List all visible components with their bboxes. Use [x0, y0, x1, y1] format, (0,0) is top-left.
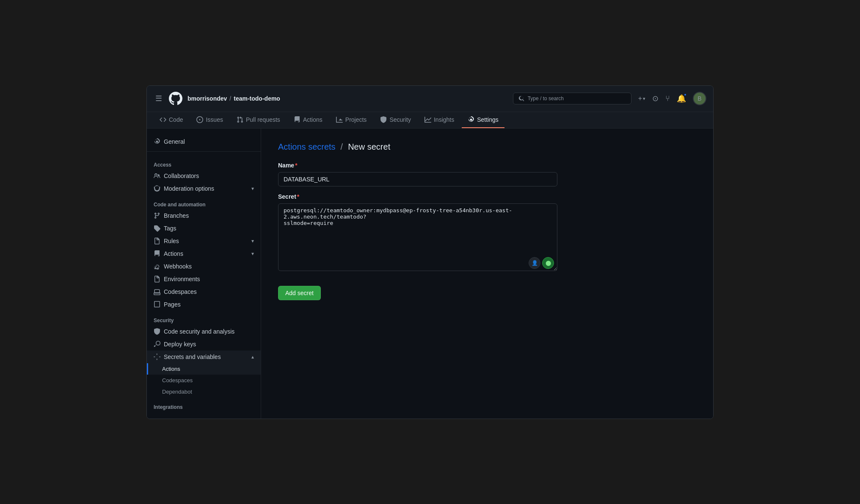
- settings-nav-icon: [468, 116, 474, 123]
- tab-code-label: Code: [169, 116, 183, 123]
- tool-button-1[interactable]: 👤: [529, 257, 540, 269]
- sidebar-section-security: Security: [147, 311, 261, 325]
- header-search: Type / to search: [513, 93, 631, 104]
- tab-settings[interactable]: Settings: [462, 112, 504, 128]
- breadcrumb-actions-secrets-link[interactable]: Actions secrets: [278, 142, 336, 152]
- header-left: ☰ bmorrisondev / team-todo-demo: [154, 92, 280, 105]
- tab-actions[interactable]: Actions: [288, 112, 328, 128]
- pr-icon[interactable]: ⑂: [665, 94, 670, 103]
- header: ☰ bmorrisondev / team-todo-demo Type / t…: [147, 86, 713, 112]
- moderation-icon: [154, 185, 160, 192]
- search-icon: [518, 96, 524, 101]
- breadcrumb-repo[interactable]: team-todo-demo: [234, 95, 280, 102]
- tag-icon: [154, 225, 160, 232]
- breadcrumb-current: New secret: [348, 142, 390, 152]
- moderation-left: Moderation options: [154, 185, 214, 192]
- name-label: Name*: [278, 162, 696, 169]
- sidebar-branches-label: Branches: [164, 212, 189, 219]
- environments-icon: [154, 276, 160, 282]
- sidebar-item-code-security[interactable]: Code security and analysis: [147, 325, 261, 338]
- repo-nav: Code Issues Pull requests Actions Projec…: [147, 112, 713, 129]
- security-nav-icon: [380, 116, 387, 123]
- sidebar-item-branches[interactable]: Branches: [147, 209, 261, 222]
- content-area: Actions secrets / New secret Name* Secre…: [261, 129, 713, 419]
- insights-nav-icon: [424, 116, 431, 123]
- sidebar-sub-codespaces-label: Codespaces: [162, 377, 193, 383]
- hamburger-button[interactable]: ☰: [154, 92, 164, 105]
- person-icon: [154, 173, 160, 179]
- sparkle-icon: [154, 353, 160, 360]
- sidebar-rules-label: Rules: [164, 238, 179, 244]
- sidebar-item-environments[interactable]: Environments: [147, 273, 261, 285]
- sidebar-actions-label: Actions: [164, 250, 183, 257]
- sidebar-item-secrets[interactable]: Secrets and variables ▴: [147, 351, 261, 363]
- sidebar-sub-actions-label: Actions: [162, 366, 180, 372]
- gear-icon: [154, 138, 160, 145]
- sidebar-section-integrations: Integrations: [147, 397, 261, 412]
- sidebar-item-collaborators[interactable]: Collaborators: [147, 170, 261, 182]
- tab-settings-label: Settings: [477, 116, 499, 123]
- sidebar-code-security-label: Code security and analysis: [164, 328, 234, 335]
- secret-field-group: Secret* postgresql://teamtodo_owner:mydb…: [278, 193, 696, 272]
- tool-button-2[interactable]: ⬤: [542, 257, 554, 269]
- search-placeholder: Type / to search: [528, 96, 564, 101]
- tab-projects[interactable]: Projects: [330, 112, 373, 128]
- avatar[interactable]: B: [693, 92, 706, 105]
- sidebar-sub-dependabot[interactable]: Dependabot: [147, 386, 261, 397]
- issues-icon[interactable]: ⊙: [652, 94, 659, 103]
- sidebar-item-pages[interactable]: Pages: [147, 298, 261, 311]
- sidebar-codespaces-label: Codespaces: [164, 288, 197, 295]
- sidebar-collaborators-label: Collaborators: [164, 173, 199, 179]
- sidebar-sub-actions[interactable]: Actions: [147, 363, 261, 375]
- tab-security[interactable]: Security: [374, 112, 417, 128]
- main-layout: General Access Collaborators Moderation …: [147, 129, 713, 419]
- search-box[interactable]: Type / to search: [513, 93, 631, 104]
- sidebar-secrets-label: Secrets and variables: [164, 353, 221, 360]
- sidebar-general-label: General: [164, 138, 185, 145]
- tab-insights[interactable]: Insights: [419, 112, 460, 128]
- name-input[interactable]: [278, 172, 557, 186]
- sidebar-item-rules[interactable]: Rules ▾: [147, 235, 261, 247]
- textarea-wrapper: postgresql://teamtodo_owner:mydbpass@ep-…: [278, 203, 557, 272]
- sidebar: General Access Collaborators Moderation …: [147, 129, 261, 419]
- name-field-group: Name*: [278, 162, 696, 186]
- rules-arrow: ▾: [251, 238, 254, 244]
- tab-projects-label: Projects: [345, 116, 367, 123]
- pr-nav-icon: [237, 116, 243, 123]
- textarea-tools: 👤 ⬤: [529, 257, 554, 269]
- actions-arrow: ▾: [251, 251, 254, 257]
- add-secret-button[interactable]: Add secret: [278, 286, 321, 300]
- sidebar-sub-dependabot-label: Dependabot: [162, 389, 192, 395]
- branch-icon: [154, 212, 160, 219]
- sidebar-tags-label: Tags: [164, 225, 176, 232]
- sidebar-item-webhooks[interactable]: Webhooks: [147, 260, 261, 273]
- sidebar-item-codespaces[interactable]: Codespaces: [147, 285, 261, 298]
- tab-pr-label: Pull requests: [246, 116, 280, 123]
- sidebar-item-moderation[interactable]: Moderation options ▾: [147, 182, 261, 195]
- sidebar-sub-codespaces[interactable]: Codespaces: [147, 375, 261, 386]
- sidebar-section-access: Access: [147, 155, 261, 170]
- page-title: Actions secrets / New secret: [278, 142, 696, 152]
- sidebar-item-tags[interactable]: Tags: [147, 222, 261, 235]
- header-actions: + ▾ ⊙ ⑂ 🔔 B: [638, 92, 706, 105]
- codespaces-icon: [154, 288, 160, 295]
- sidebar-item-actions[interactable]: Actions ▾: [147, 247, 261, 260]
- tab-code[interactable]: Code: [154, 112, 189, 128]
- issues-nav-icon: [196, 116, 203, 123]
- tab-actions-label: Actions: [303, 116, 322, 123]
- tab-pullrequests[interactable]: Pull requests: [231, 112, 286, 128]
- breadcrumb-user[interactable]: bmorrisondev: [187, 95, 227, 102]
- notifications-icon[interactable]: 🔔: [677, 94, 686, 103]
- actions-icon: [154, 250, 160, 257]
- new-button[interactable]: + ▾: [638, 95, 645, 102]
- breadcrumb-separator: /: [341, 142, 343, 152]
- webhook-icon: [154, 263, 160, 270]
- secret-textarea[interactable]: postgresql://teamtodo_owner:mydbpass@ep-…: [278, 203, 557, 271]
- name-required-star: *: [295, 162, 297, 169]
- pages-icon: [154, 301, 160, 308]
- sidebar-item-general[interactable]: General: [147, 135, 261, 148]
- tab-issues[interactable]: Issues: [190, 112, 229, 128]
- sidebar-webhooks-label: Webhooks: [164, 263, 192, 270]
- sidebar-item-deploy-keys[interactable]: Deploy keys: [147, 338, 261, 351]
- actions-nav-icon: [294, 116, 300, 123]
